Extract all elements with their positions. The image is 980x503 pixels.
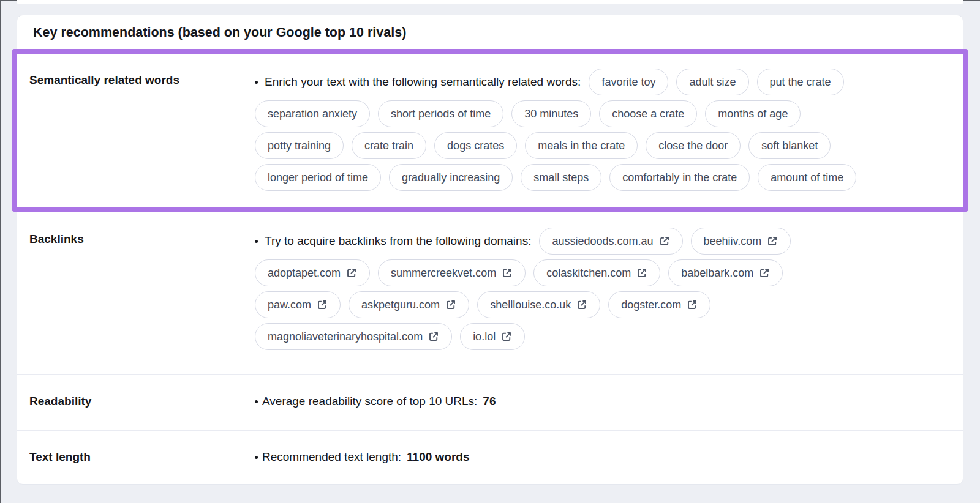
pill-label: separation anxiety	[268, 108, 357, 121]
semantic-words-content: Enrich your text with the following sema…	[255, 69, 951, 191]
keyword-pill: choose a crate	[599, 100, 697, 127]
pill-label: babelbark.com	[681, 267, 753, 280]
domain-pill[interactable]: io.lol	[460, 323, 525, 350]
pill-label: dogs crates	[447, 140, 504, 152]
backlinks-content: Try to acquire backlinks from the follow…	[255, 228, 951, 350]
external-link-icon	[659, 236, 670, 247]
semantic-words-label: Semantically related words	[29, 69, 255, 88]
pill-line: separation anxietyshort periods of time3…	[255, 100, 951, 127]
external-link-icon	[317, 299, 328, 310]
domain-pill[interactable]: babelbark.com	[668, 259, 783, 286]
pill-label: io.lol	[473, 330, 496, 343]
pill-label: aussiedoods.com.au	[552, 235, 653, 248]
domain-pill[interactable]: adoptapet.com	[255, 259, 370, 286]
pill-label: comfortably in the crate	[622, 171, 737, 184]
keyword-pill: amount of time	[758, 164, 856, 191]
keyword-pill: favorite toy	[589, 69, 668, 95]
pill-label: beehiiv.com	[704, 235, 762, 248]
readability-value: 76	[483, 395, 496, 408]
keyword-pill: separation anxiety	[255, 100, 370, 127]
domain-pill[interactable]: colaskitchen.com	[533, 259, 660, 286]
pill-label: months of age	[718, 108, 788, 121]
previous-card-bottom-edge	[17, 0, 963, 4]
text-length-text: Recommended text length:	[262, 449, 401, 465]
pill-label: summercreekvet.com	[391, 267, 496, 280]
pill-label: gradually increasing	[402, 171, 500, 184]
pill-line: magnoliaveterinaryhospital.com io.lol	[255, 323, 951, 350]
keyword-pill: crate train	[352, 132, 426, 159]
pill-label: shelllouise.co.uk	[490, 299, 571, 311]
keyword-pill: longer period of time	[255, 164, 381, 191]
pill-label: close the door	[658, 140, 728, 152]
recommendation-intro-text: Enrich your text with the following sema…	[265, 74, 581, 90]
keyword-pill: gradually increasing	[389, 164, 513, 191]
semantic-words-highlight-box: Semantically related words Enrich your t…	[12, 49, 968, 212]
bullet-dot	[255, 456, 258, 459]
card-header: Key recommendations (based on your Googl…	[17, 15, 963, 49]
external-link-icon	[576, 299, 587, 310]
keyword-pill: put the crate	[757, 69, 844, 95]
page-title: Key recommendations (based on your Googl…	[33, 25, 947, 40]
pill-label: adoptapet.com	[268, 267, 341, 280]
external-link-icon	[428, 331, 439, 342]
backlinks-label: Backlinks	[29, 228, 255, 247]
pill-label: longer period of time	[268, 171, 368, 184]
domain-pill[interactable]: shelllouise.co.uk	[477, 291, 600, 318]
readability-line: Average readability score of top 10 URLs…	[255, 393, 951, 409]
pill-label: choose a crate	[612, 108, 684, 121]
pill-label: magnoliaveterinaryhospital.com	[268, 330, 423, 343]
readability-row: Readability Average readability score of…	[17, 374, 963, 430]
pill-label: crate train	[364, 140, 413, 152]
domain-pill[interactable]: askpetguru.com	[349, 291, 469, 318]
pill-line: Try to acquire backlinks from the follow…	[255, 228, 951, 255]
key-recommendations-card: Key recommendations (based on your Googl…	[17, 15, 963, 485]
keyword-pill: small steps	[521, 164, 601, 191]
external-link-icon	[636, 267, 647, 278]
pill-line: longer period of timegradually increasin…	[255, 164, 951, 191]
domain-pill[interactable]: dogster.com	[608, 291, 710, 318]
pill-line: paw.com askpetguru.com shelllouise.co.uk…	[255, 291, 951, 318]
external-link-icon	[767, 236, 778, 247]
pill-line: Enrich your text with the following sema…	[255, 69, 951, 95]
pill-label: potty training	[268, 140, 331, 152]
external-link-icon	[346, 267, 357, 278]
pill-label: adult size	[689, 76, 736, 89]
text-length-row: Text length Recommended text length: 110…	[17, 430, 963, 484]
domain-pill[interactable]: aussiedoods.com.au	[539, 228, 682, 255]
keyword-pill: close the door	[646, 132, 741, 159]
recommendation-intro-text: Try to acquire backlinks from the follow…	[265, 233, 531, 249]
pill-label: small steps	[533, 171, 589, 184]
bullet-dot	[255, 240, 258, 243]
keyword-pill: adult size	[676, 69, 748, 95]
keyword-pill: short periods of time	[378, 100, 503, 127]
pill-line: potty trainingcrate traindogs cratesmeal…	[255, 132, 951, 159]
pill-line: adoptapet.com summercreekvet.com colaski…	[255, 259, 951, 286]
pill-label: dogster.com	[621, 299, 681, 311]
pill-label: short periods of time	[391, 108, 491, 121]
pill-label: askpetguru.com	[361, 299, 440, 311]
pill-label: amount of time	[771, 171, 843, 184]
pill-label: put the crate	[770, 76, 831, 89]
keyword-pill: 30 minutes	[511, 100, 591, 127]
domain-pill[interactable]: magnoliaveterinaryhospital.com	[255, 323, 452, 350]
pill-label: soft blanket	[761, 140, 818, 152]
readability-label: Readability	[29, 393, 255, 409]
text-length-value: 1100 words	[407, 450, 469, 464]
keyword-pill: meals in the crate	[525, 132, 638, 159]
text-length-label: Text length	[29, 449, 255, 465]
text-length-line: Recommended text length: 1100 words	[255, 449, 951, 465]
keyword-pill: potty training	[255, 132, 344, 159]
readability-text: Average readability score of top 10 URLs…	[262, 393, 477, 409]
domain-pill[interactable]: beehiiv.com	[691, 228, 791, 255]
keyword-pill: dogs crates	[434, 132, 517, 159]
keyword-pill: months of age	[705, 100, 801, 127]
semantic-words-row: Semantically related words Enrich your t…	[17, 54, 963, 207]
pill-label: meals in the crate	[538, 140, 625, 152]
external-link-icon	[759, 267, 770, 278]
domain-pill[interactable]: summercreekvet.com	[378, 259, 526, 286]
keyword-pill: soft blanket	[748, 132, 831, 159]
domain-pill[interactable]: paw.com	[255, 291, 341, 318]
keyword-pill: comfortably in the crate	[609, 164, 750, 191]
pill-label: favorite toy	[601, 76, 655, 89]
pill-label: 30 minutes	[524, 108, 578, 121]
